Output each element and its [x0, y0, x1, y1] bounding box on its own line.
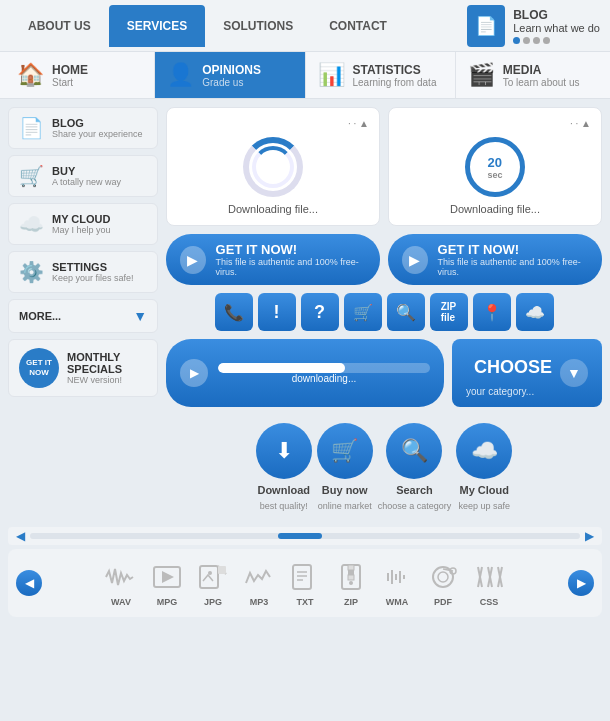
- sec-nav-statistics[interactable]: 📊 STATISTICS Learning from data: [306, 52, 456, 98]
- svg-point-14: [349, 581, 353, 585]
- sidebar-blog[interactable]: 📄 BLOG Share your experience: [8, 107, 158, 149]
- content-area: · · ▲ Downloading file... · · ▲ 20 sec D: [166, 107, 602, 519]
- dots-icon-2: · · ▲: [570, 118, 591, 129]
- sidebar-buy[interactable]: 🛒 BUY A totally new way: [8, 155, 158, 197]
- feature-cloud[interactable]: ☁️ My Cloud keep up safe: [456, 423, 512, 511]
- feature-buy[interactable]: 🛒 Buy now online market: [317, 423, 373, 511]
- blog-widget: 📄 BLOG Learn what we do: [467, 5, 600, 47]
- spinner-1: [243, 137, 303, 197]
- sidebar-more[interactable]: MORE... ▼: [8, 299, 158, 333]
- nav-solutions[interactable]: SOLUTIONS: [205, 5, 311, 47]
- format-mpg[interactable]: MPG: [146, 559, 188, 607]
- media-icon: 🎬: [468, 62, 495, 88]
- scroll-thumb: [278, 533, 322, 539]
- mpg-label: MPG: [157, 597, 178, 607]
- get-it-row: ▶ GET IT NOW! This file is authentic and…: [166, 234, 602, 285]
- nav-contact[interactable]: CONTACT: [311, 5, 405, 47]
- format-wma[interactable]: WMA: [376, 559, 418, 607]
- format-jpg[interactable]: JPG: [192, 559, 234, 607]
- download-label-1: Downloading file...: [228, 203, 318, 215]
- scroll-left-icon[interactable]: ◀: [16, 529, 25, 543]
- cloud-icon-btn[interactable]: ☁️: [516, 293, 554, 331]
- choose-card[interactable]: CHOOSE your category... ▼: [452, 339, 602, 407]
- svg-rect-6: [293, 565, 311, 589]
- svg-point-5: [208, 571, 212, 575]
- sidebar: 📄 BLOG Share your experience 🛒 BUY A tot…: [8, 107, 158, 519]
- chevron-down-icon: ▼: [133, 308, 147, 324]
- zip-label: ZIP: [344, 597, 358, 607]
- scroll-right-icon[interactable]: ▶: [585, 529, 594, 543]
- pdf-label: PDF: [434, 597, 452, 607]
- monthly-specials[interactable]: GET ITNOW MONTHLY SPECIALS NEW version!: [8, 339, 158, 397]
- progress-row: ▶ downloading... CHOOSE your category...…: [166, 339, 602, 407]
- phone-icon-btn[interactable]: 📞: [215, 293, 253, 331]
- feature-cloud-sub: keep up safe: [458, 501, 510, 511]
- secondary-nav: 🏠 HOME Start 👤 OPINIONS Grade us 📊 STATI…: [0, 52, 610, 99]
- sec-nav-home[interactable]: 🏠 HOME Start: [5, 52, 155, 98]
- download-card-1: · · ▲ Downloading file...: [166, 107, 380, 226]
- wav-label: WAV: [111, 597, 131, 607]
- svg-rect-12: [348, 570, 354, 575]
- sidebar-cloud[interactable]: ☁️ MY CLOUD May I help you: [8, 203, 158, 245]
- blog-title: BLOG: [513, 8, 600, 22]
- format-css[interactable]: CSS: [468, 559, 510, 607]
- get-it-btn-2[interactable]: ▶ GET IT NOW! This file is authentic and…: [388, 234, 602, 285]
- get-it-sub-1: This file is authentic and 100% free-vir…: [216, 257, 366, 277]
- zip-icon: [333, 559, 369, 595]
- blog-dots: [513, 37, 600, 44]
- download-card-2: · · ▲ 20 sec Downloading file...: [388, 107, 602, 226]
- choose-arrow-icon: ▼: [560, 359, 588, 387]
- cart-icon: 🛒: [19, 164, 44, 188]
- blog-icon[interactable]: 📄: [467, 5, 505, 47]
- get-it-btn-1[interactable]: ▶ GET IT NOW! This file is authentic and…: [166, 234, 380, 285]
- sidebar-settings-label: SETTINGS: [52, 261, 134, 273]
- feature-download-icon: ⬇: [256, 423, 312, 479]
- get-it-arrow-2: ▶: [402, 246, 428, 274]
- sec-nav-media[interactable]: 🎬 MEDIA To learn about us: [456, 52, 605, 98]
- format-txt[interactable]: TXT: [284, 559, 326, 607]
- cloud-icon: ☁️: [19, 212, 44, 236]
- dot1: [513, 37, 520, 44]
- feature-download[interactable]: ⬇ Download best quality!: [256, 423, 312, 511]
- get-it-arrow-1: ▶: [180, 246, 206, 274]
- zip-icon-btn[interactable]: ZIPfile: [430, 293, 468, 331]
- basket-icon-btn[interactable]: 🛒: [344, 293, 382, 331]
- search-icon-btn[interactable]: 🔍: [387, 293, 425, 331]
- jpg-icon: [195, 559, 231, 595]
- jpg-label: JPG: [204, 597, 222, 607]
- feature-download-sub: best quality!: [260, 501, 308, 511]
- download-progress-card[interactable]: ▶ downloading...: [166, 339, 444, 407]
- question-icon-btn[interactable]: ?: [301, 293, 339, 331]
- feature-search[interactable]: 🔍 Search choose a category: [378, 423, 452, 511]
- format-prev-btn[interactable]: ◀: [16, 570, 42, 596]
- progress-bar-fill: [218, 363, 345, 373]
- sec-statistics-sub: Learning from data: [353, 77, 437, 88]
- icon-row: 📞 ! ? 🛒 🔍 ZIPfile 📍 ☁️: [166, 293, 602, 331]
- monthly-label: MONTHLY SPECIALS: [67, 351, 147, 375]
- svg-rect-4: [218, 566, 226, 574]
- timer-circle: 20 sec: [465, 137, 525, 197]
- sidebar-cloud-label: MY CLOUD: [52, 213, 111, 225]
- blog-doc-icon: 📄: [19, 116, 44, 140]
- sidebar-settings[interactable]: ⚙️ SETTINGS Keep your files safe!: [8, 251, 158, 293]
- location-icon-btn[interactable]: 📍: [473, 293, 511, 331]
- scroll-track[interactable]: [30, 533, 580, 539]
- sec-nav-opinions[interactable]: 👤 OPINIONS Grade us: [155, 52, 305, 98]
- dot2: [523, 37, 530, 44]
- format-wav[interactable]: WAV: [100, 559, 142, 607]
- format-pdf[interactable]: PDF: [422, 559, 464, 607]
- scrollbar: ◀ ▶: [8, 527, 602, 545]
- mp3-icon: [241, 559, 277, 595]
- play-icon: ▶: [180, 359, 208, 387]
- format-zip[interactable]: ZIP: [330, 559, 372, 607]
- exclaim-icon-btn[interactable]: !: [258, 293, 296, 331]
- nav-services[interactable]: SERVICES: [109, 5, 205, 47]
- wma-icon: [379, 559, 415, 595]
- format-mp3[interactable]: MP3: [238, 559, 280, 607]
- dot3: [533, 37, 540, 44]
- get-it-sub-2: This file is authentic and 100% free-vir…: [438, 257, 588, 277]
- txt-icon: [287, 559, 323, 595]
- spinner-inner-1: [252, 146, 294, 188]
- nav-about-us[interactable]: ABOUT US: [10, 5, 109, 47]
- format-next-btn[interactable]: ▶: [568, 570, 594, 596]
